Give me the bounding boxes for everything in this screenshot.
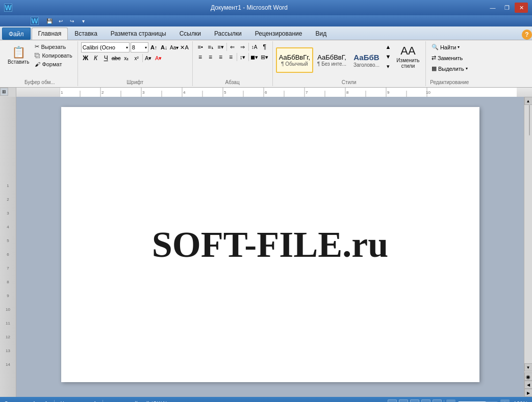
font-name-dropdown[interactable]: Calibri (Осно ▾	[81, 42, 130, 52]
increase-indent-button[interactable]: ⇒	[238, 42, 247, 51]
redo-quick-button[interactable]: ↪	[67, 16, 77, 25]
scrollbar-thumb[interactable]	[529, 105, 530, 136]
zoom-minus-button[interactable]: −	[446, 399, 455, 402]
change-styles-button[interactable]: AA Изменить стили	[394, 43, 422, 70]
increase-font-button[interactable]: A↑	[149, 43, 159, 52]
spell-icon: ✓	[109, 400, 114, 403]
find-button[interactable]: 🔍 Найти ▾	[429, 42, 470, 52]
line-spacing-button[interactable]: ↕▾	[238, 52, 247, 62]
style-heading1[interactable]: АаБбВ Заголово...	[350, 47, 383, 73]
view-fullscreen-button[interactable]: ⊠	[399, 399, 408, 402]
more-quick-button[interactable]: ▾	[79, 16, 88, 25]
tab-view[interactable]: Вид	[309, 28, 333, 40]
close-button[interactable]: ✕	[515, 3, 528, 13]
format-painter-button[interactable]: 🖌 Формат	[33, 60, 74, 68]
style-no-spacing[interactable]: АаБбВвГ, ¶ Без инте...	[314, 47, 349, 73]
align-left-button[interactable]: ≡	[196, 52, 205, 62]
document-page: SOFT-FILE.ru	[61, 107, 479, 382]
status-sep1	[54, 400, 55, 402]
style-heading1-text: АаБбВ	[353, 53, 379, 62]
view-normal-button[interactable]: ⊟	[388, 399, 397, 402]
borders-button[interactable]: ⊞▾	[260, 52, 269, 62]
document-content[interactable]: SOFT-FILE.ru	[152, 224, 388, 266]
paste-button[interactable]: 📋 Вставить	[5, 42, 32, 69]
select-browse-button[interactable]: ◉	[524, 372, 533, 381]
view-web-button[interactable]: ⊡	[410, 399, 419, 402]
copy-button[interactable]: ⿻ Копировать	[33, 51, 74, 60]
document-area[interactable]: SOFT-FILE.ru	[16, 97, 524, 397]
view-ruler-button[interactable]: ⊞	[0, 88, 8, 96]
copy-icon: ⿻	[35, 52, 40, 59]
save-quick-button[interactable]: 💾	[45, 16, 54, 25]
styles-nav: ▲ ▼ ▾	[384, 42, 393, 78]
tab-file[interactable]: Файл	[2, 28, 31, 40]
next-page-button[interactable]: ▶	[524, 389, 533, 397]
font-size-arrow: ▾	[145, 45, 147, 50]
cut-button[interactable]: ✂ Вырезать	[33, 42, 74, 51]
font-color-button[interactable]: A▾	[154, 53, 163, 63]
minimize-button[interactable]: —	[486, 3, 499, 13]
font-size-dropdown[interactable]: 8 ▾	[131, 42, 148, 52]
superscript-button[interactable]: x²	[132, 53, 141, 63]
svg-text:6: 6	[265, 90, 267, 95]
bold-button[interactable]: Ж	[81, 53, 90, 63]
change-case-button[interactable]: Аа▾	[170, 43, 179, 52]
strikethrough-button[interactable]: abc	[112, 53, 121, 63]
find-icon: 🔍	[432, 44, 439, 50]
title-bar-left: W	[4, 4, 12, 12]
font-row1: Calibri (Осно ▾ 8 ▾ A↑ A↓ Аа▾ ✕A	[81, 42, 189, 52]
tab-mailings[interactable]: Рассылки	[208, 28, 248, 40]
prev-page-button[interactable]: ◀	[524, 381, 533, 389]
find-arrow: ▾	[458, 45, 460, 49]
view-outline-button[interactable]: ≡	[421, 399, 430, 402]
marks-button[interactable]: ¶	[260, 42, 269, 51]
undo-quick-button[interactable]: ↩	[56, 16, 65, 25]
title-bar: W Документ1 - Microsoft Word — ❐ ✕	[0, 0, 532, 15]
align-right-button[interactable]: ≡	[216, 52, 225, 62]
styles-up-button[interactable]: ▲	[384, 42, 393, 51]
svg-text:4: 4	[183, 90, 186, 95]
scroll-up-button[interactable]: ▲	[524, 97, 533, 105]
subscript-button[interactable]: x₂	[122, 53, 131, 63]
text-highlight-button[interactable]: A▾	[144, 53, 153, 63]
ruler-marks: 1 2 3 4 5 6 7 8	[16, 88, 532, 97]
right-scrollbar: ▲ ▼ ◉ ◀ ▶	[524, 97, 532, 397]
tab-home[interactable]: Главная	[32, 28, 68, 40]
styles-more-button[interactable]: ▾	[384, 62, 393, 71]
numbering-button[interactable]: ≡₁	[206, 42, 215, 51]
word-icon: W	[4, 4, 12, 12]
style-normal-text: АаБбВвГг,	[279, 53, 310, 62]
tab-review[interactable]: Рецензирование	[248, 28, 309, 40]
clear-format-button[interactable]: ✕A	[180, 43, 189, 52]
paragraph-label: Абзац	[193, 79, 272, 85]
svg-text:3: 3	[142, 90, 145, 95]
word-app-icon: W	[31, 17, 39, 25]
scroll-down-button[interactable]: ▼	[524, 363, 533, 371]
shading-button[interactable]: ◼▾	[250, 52, 259, 62]
replace-button[interactable]: ⇄ Заменить	[429, 53, 470, 63]
style-normal[interactable]: АаБбВвГг, ¶ Обычный	[276, 47, 313, 73]
decrease-indent-button[interactable]: ⇐	[228, 42, 237, 51]
zoom-plus-button[interactable]: +	[500, 399, 510, 402]
underline-button[interactable]: Ч	[102, 53, 111, 63]
paragraph-row1: ≡• ≡₁ ≡▾ ⇐ ⇒ ↕A ¶	[196, 42, 269, 51]
justify-button[interactable]: ≡	[226, 52, 236, 62]
align-center-button[interactable]: ≡	[206, 52, 215, 62]
view-draft-button[interactable]: ⊟	[433, 399, 442, 402]
tab-links[interactable]: Ссылки	[173, 28, 208, 40]
italic-button[interactable]: К	[91, 53, 100, 63]
sort-button[interactable]: ↕A	[250, 42, 259, 51]
select-button[interactable]: ▦ Выделить ▾	[429, 64, 470, 73]
bullets-button[interactable]: ≡•	[196, 42, 205, 51]
multilevel-button[interactable]: ≡▾	[216, 42, 225, 51]
tab-layout[interactable]: Разметка страницы	[104, 28, 173, 40]
svg-text:7: 7	[306, 90, 308, 95]
maximize-button[interactable]: ❐	[500, 3, 514, 13]
tab-insert[interactable]: Вставка	[68, 28, 104, 40]
help-button[interactable]: ?	[522, 30, 532, 40]
styles-down-button[interactable]: ▼	[384, 52, 393, 61]
font-name-arrow: ▾	[126, 45, 128, 50]
decrease-font-button[interactable]: A↓	[160, 43, 169, 52]
editing-section: 🔍 Найти ▾ ⇄ Заменить ▦ Выделить ▾	[429, 42, 470, 81]
quick-access-toolbar: W 💾 ↩ ↪ ▾	[0, 15, 532, 26]
